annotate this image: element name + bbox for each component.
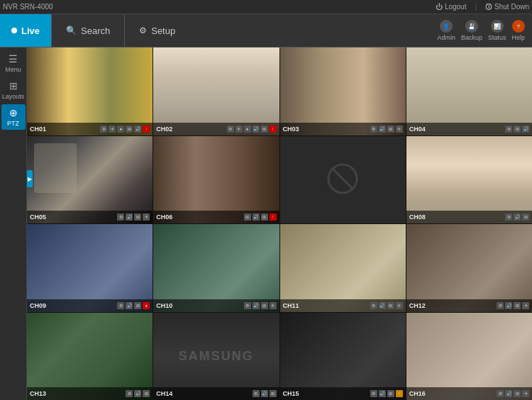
- live-label: Live: [21, 26, 40, 36]
- camera-label-ch15: CH15 ⚙ 🔊 ⊞ !: [280, 387, 406, 400]
- sidebar-menu[interactable]: ☰ Menu: [1, 50, 26, 76]
- camera-cell-ch04[interactable]: CH04 ⚙ ⊞ 🔊: [406, 48, 532, 135]
- sidebar: ☰ Menu ⊞ Layouts ⊕ PTZ ▶: [0, 48, 27, 400]
- search-icon: 🔍: [66, 26, 77, 35]
- camera-label-ch05: CH05 ⚙ 🔊 ⊞ ✛: [27, 211, 153, 223]
- ptz-icon: ⊕: [9, 107, 18, 118]
- admin-action[interactable]: 👤 Admin: [437, 20, 455, 41]
- camera-label-ch13: CH13 ⚙ 🔊 ⊞: [27, 387, 153, 400]
- live-indicator: [11, 28, 17, 33]
- zoom-icon[interactable]: ⊞: [126, 126, 133, 133]
- camera-cell-ch05[interactable]: CH05 ⚙ 🔊 ⊞ ✛: [27, 136, 153, 224]
- layouts-label: Layouts: [2, 93, 25, 100]
- menu-icon: ☰: [9, 53, 18, 65]
- menu-label: Menu: [5, 66, 21, 73]
- search-label: Search: [81, 26, 110, 36]
- sidebar-layouts[interactable]: ⊞ Layouts: [1, 77, 26, 103]
- backup-icon: 💾: [465, 20, 478, 33]
- camera-label-ch09: CH09 ⚙ 🔊 ⊞ ●: [27, 299, 153, 312]
- samsung-logo: SAMSUNG: [179, 349, 254, 364]
- camera-label-ch16: CH16 ⚙ 🔊 ⊞ ✛: [406, 387, 532, 400]
- nav-setup-button[interactable]: ⚙ Setup: [125, 14, 189, 47]
- camera-cell-ch02[interactable]: CH02 ⚙ ✛ ● 🔊 ⊞ !: [153, 48, 279, 135]
- top-bar: NVR SRN-4000 ⏻ Logout | ⏼ Shut Down: [0, 0, 532, 14]
- camera-cell-ch09[interactable]: CH09 ⚙ 🔊 ⊞ ●: [27, 224, 153, 312]
- nav-bar: Live 🔍 Search ⚙ Setup 👤 Admin 💾 Backup 📊…: [0, 14, 532, 48]
- nav-live-button[interactable]: Live: [0, 14, 51, 47]
- camera-label-ch03: CH03 ⚙ 🔊 ⊞ ✛: [280, 123, 406, 135]
- camera-cell-ch13[interactable]: CH13 ⚙ 🔊 ⊞: [27, 313, 153, 401]
- camera-label-ch11: CH11 ⚙ 🔊 ⊞ ✛: [280, 299, 406, 312]
- camera-label-ch02: CH02 ⚙ ✛ ● 🔊 ⊞ !: [153, 123, 279, 135]
- setup-icon: ⚙: [139, 26, 147, 35]
- ptz-label: PTZ: [7, 120, 19, 127]
- camera-cell-ch07[interactable]: [280, 136, 406, 224]
- admin-icon: 👤: [440, 20, 453, 33]
- backup-action[interactable]: 💾 Backup: [461, 20, 482, 41]
- audio-icon[interactable]: 🔊: [134, 126, 141, 133]
- main-content: ☰ Menu ⊞ Layouts ⊕ PTZ ▶ CH01 ⚙: [0, 48, 532, 400]
- nav-right-actions: 👤 Admin 💾 Backup 📊 Status ? Help: [430, 14, 532, 47]
- camera-cell-ch15[interactable]: CH15 ⚙ 🔊 ⊞ !: [280, 313, 406, 401]
- camera-label-ch10: CH10 ⚙ 🔊 ⊞ ✛: [153, 299, 279, 312]
- camera-cell-ch03[interactable]: CH03 ⚙ 🔊 ⊞ ✛: [280, 48, 406, 135]
- camera-cell-ch06[interactable]: CH06 ⊞ 🔊 ⊞ !: [153, 136, 279, 224]
- camera-cell-ch08[interactable]: CH08 ⚙ 🔊 ⊞: [406, 136, 532, 224]
- ptz-ctrl-icon[interactable]: ✛: [109, 126, 116, 133]
- status-action[interactable]: 📊 Status: [488, 20, 506, 41]
- no-signal-icon: [325, 161, 360, 198]
- rec-icon[interactable]: ●: [117, 126, 124, 133]
- camera-cell-ch11[interactable]: CH11 ⚙ 🔊 ⊞ ✛: [280, 224, 406, 312]
- nvr-title: NVR SRN-4000: [3, 3, 53, 11]
- camera-label-ch06: CH06 ⊞ 🔊 ⊞ !: [153, 211, 279, 223]
- logout-button[interactable]: ⏻ Logout: [436, 3, 467, 11]
- camera-label-ch01: CH01 ⚙ ✛ ● ⊞ 🔊 !: [27, 123, 153, 135]
- status-icon: 📊: [491, 20, 504, 33]
- settings-icon[interactable]: ⚙: [100, 126, 107, 133]
- sidebar-expand-btn[interactable]: ▶: [27, 170, 33, 187]
- camera-label-ch14: CH14 ⚙ 🔊 ⊞: [153, 387, 279, 400]
- svg-line-1: [332, 168, 353, 189]
- camera-label-ch04: CH04 ⚙ ⊞ 🔊: [406, 123, 532, 135]
- camera-cell-ch01[interactable]: CH01 ⚙ ✛ ● ⊞ 🔊 !: [27, 48, 153, 135]
- camera-cell-ch16[interactable]: CH16 ⚙ 🔊 ⊞ ✛: [406, 313, 532, 401]
- camera-label-ch12: CH12 ⚙ 🔊 ⊞ ✛: [406, 299, 532, 312]
- sidebar-ptz[interactable]: ⊕ PTZ: [1, 104, 26, 130]
- camera-cell-ch10[interactable]: CH10 ⚙ 🔊 ⊞ ✛: [153, 224, 279, 312]
- camera-cell-ch14[interactable]: SAMSUNG CH14 ⚙ 🔊 ⊞: [153, 313, 279, 401]
- camera-cell-ch12[interactable]: CH12 ⚙ 🔊 ⊞ ✛: [406, 224, 532, 312]
- shutdown-button[interactable]: ⏼ Shut Down: [485, 3, 529, 11]
- layouts-icon: ⊞: [9, 80, 18, 91]
- nav-search-button[interactable]: 🔍 Search: [51, 14, 125, 47]
- help-icon: ?: [512, 20, 525, 33]
- camera-grid: CH01 ⚙ ✛ ● ⊞ 🔊 ! CH02 ⚙ ✛ ● 🔊: [27, 48, 532, 400]
- camera-label-ch08: CH08 ⚙ 🔊 ⊞: [406, 211, 532, 223]
- alert-icon[interactable]: !: [143, 126, 150, 133]
- setup-label: Setup: [151, 26, 175, 36]
- help-action[interactable]: ? Help: [511, 20, 525, 41]
